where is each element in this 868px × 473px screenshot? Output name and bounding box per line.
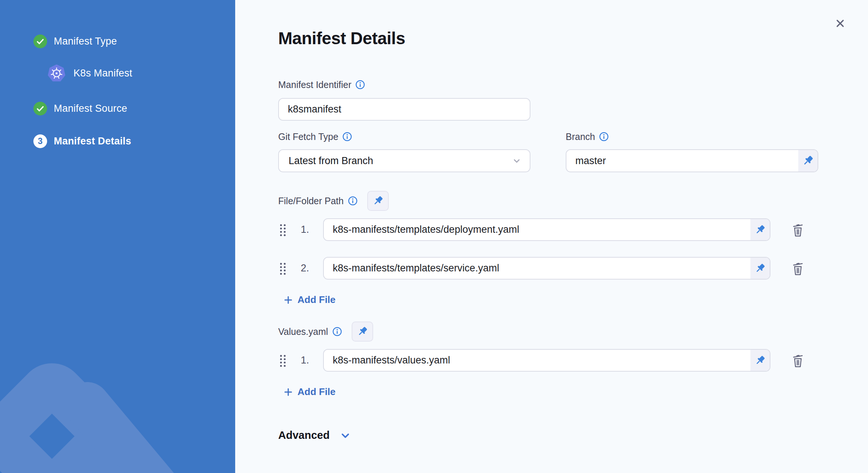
values-file-pin-button[interactable]: [750, 350, 770, 371]
check-icon: [33, 102, 47, 115]
git-fetch-type-value: Latest from Branch: [289, 155, 373, 167]
manifest-details-panel: Manifest Details Manifest Identifier Git…: [235, 0, 868, 473]
harness-logo-watermark: [0, 280, 235, 473]
step-manifest-type[interactable]: Manifest Type: [33, 35, 235, 48]
info-icon[interactable]: [355, 80, 365, 89]
git-fetch-type-label-row: Git Fetch Type: [278, 131, 352, 143]
drag-handle-icon[interactable]: [280, 263, 286, 275]
wizard-steps: Manifest Type: [0, 0, 235, 148]
page-title: Manifest Details: [278, 28, 405, 48]
file-path-pin-button[interactable]: [750, 258, 770, 279]
info-icon[interactable]: [332, 327, 342, 336]
manifest-identifier-label-row: Manifest Identifier: [278, 79, 365, 91]
chevron-down-icon: [511, 155, 522, 166]
step-manifest-details[interactable]: 3 Manifest Details: [33, 134, 235, 148]
file-folder-path-label: File/Folder Path: [278, 196, 343, 206]
branch-input[interactable]: [566, 150, 798, 172]
pushpin-icon: [802, 154, 814, 167]
advanced-toggle[interactable]: Advanced: [278, 429, 351, 441]
manifest-identifier-label: Manifest Identifier: [278, 79, 351, 90]
step-label: Manifest Type: [54, 36, 117, 47]
close-button[interactable]: [831, 14, 849, 33]
row-index: 2.: [296, 262, 314, 274]
values-yaml-header: Values.yaml: [278, 322, 373, 342]
branch-label-row: Branch: [566, 131, 609, 143]
drag-handle-icon[interactable]: [280, 355, 286, 367]
file-path-field: [323, 257, 770, 280]
kubernetes-helm-icon: [48, 65, 65, 82]
values-file-row: 1.: [235, 349, 868, 377]
git-fetch-type-select[interactable]: Latest from Branch: [278, 149, 530, 172]
step-number-badge: 3: [33, 134, 47, 148]
plus-icon: [283, 387, 293, 397]
step-label-active: Manifest Details: [54, 136, 131, 147]
advanced-label: Advanced: [278, 429, 330, 441]
values-file-field: [323, 349, 770, 372]
file-folder-path-header: File/Folder Path: [278, 191, 389, 211]
delete-file-button[interactable]: [789, 259, 806, 278]
row-index: 1.: [296, 224, 314, 235]
add-file-label: Add File: [297, 386, 336, 398]
git-fetch-type-label: Git Fetch Type: [278, 131, 338, 142]
trash-icon: [790, 222, 805, 238]
values-file-input[interactable]: [324, 350, 750, 371]
check-icon: [33, 35, 47, 48]
close-icon: [834, 17, 846, 29]
trash-icon: [790, 260, 805, 277]
pushpin-icon: [754, 355, 766, 366]
trash-icon: [790, 352, 805, 369]
manifest-identifier-field: [278, 98, 530, 121]
values-yaml-label: Values.yaml: [278, 326, 328, 337]
chevron-down-icon: [339, 430, 351, 441]
manifest-wizard-dialog: Manifest Type: [0, 0, 868, 473]
drag-handle-icon[interactable]: [280, 224, 286, 236]
pushpin-icon: [754, 262, 766, 274]
file-path-field: [323, 218, 770, 241]
delete-file-button[interactable]: [789, 351, 806, 370]
values-yaml-pin-button[interactable]: [352, 322, 373, 342]
file-folder-path-pin-button[interactable]: [367, 191, 389, 211]
pushpin-icon: [356, 326, 368, 337]
wizard-sidebar: Manifest Type: [0, 0, 235, 473]
info-icon[interactable]: [342, 132, 352, 141]
step-manifest-source[interactable]: Manifest Source: [33, 102, 235, 115]
row-index: 1.: [296, 355, 314, 366]
pushpin-icon: [372, 195, 384, 207]
substep-k8s-manifest[interactable]: K8s Manifest: [48, 65, 235, 82]
plus-icon: [283, 295, 293, 305]
info-icon[interactable]: [348, 196, 358, 206]
step-label: Manifest Source: [54, 103, 127, 114]
branch-field: [566, 149, 818, 172]
file-path-input[interactable]: [324, 258, 750, 279]
pushpin-icon: [754, 224, 766, 236]
add-file-button[interactable]: Add File: [283, 294, 336, 306]
info-icon[interactable]: [599, 132, 609, 141]
add-file-label: Add File: [297, 294, 336, 306]
file-path-pin-button[interactable]: [750, 219, 770, 240]
add-values-file-button[interactable]: Add File: [283, 386, 336, 398]
file-path-input[interactable]: [324, 219, 750, 240]
branch-pin-button[interactable]: [798, 150, 818, 172]
manifest-identifier-input[interactable]: [279, 99, 530, 120]
delete-file-button[interactable]: [789, 221, 806, 239]
file-path-row: 1.: [235, 218, 868, 247]
branch-label: Branch: [566, 131, 595, 142]
file-path-row: 2.: [235, 257, 868, 285]
substep-label: K8s Manifest: [73, 68, 132, 79]
